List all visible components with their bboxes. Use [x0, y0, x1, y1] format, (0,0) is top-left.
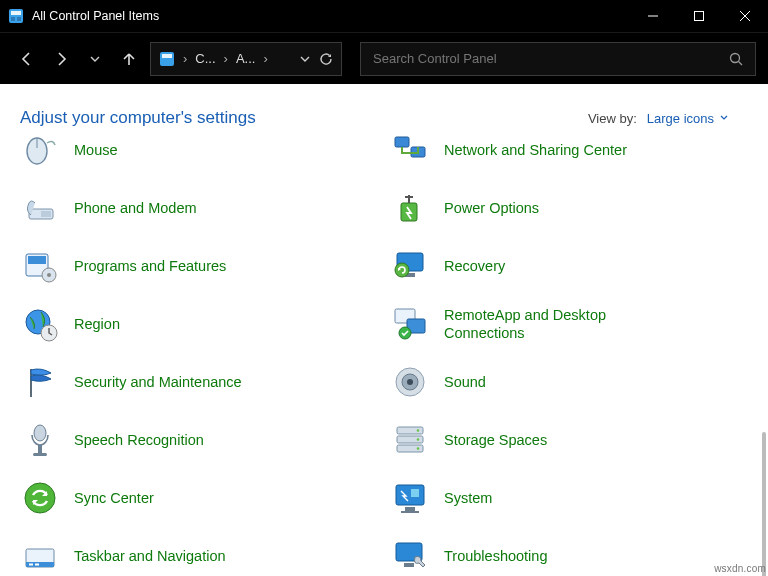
item-taskbar[interactable]: Taskbar and Navigation [14, 534, 384, 576]
item-label: System [444, 489, 492, 507]
svg-rect-16 [28, 256, 46, 264]
maximize-button[interactable] [676, 0, 722, 32]
item-label: RemoteApp and Desktop Connections [444, 306, 654, 342]
svg-rect-5 [695, 12, 704, 21]
svg-point-38 [417, 447, 420, 450]
item-programs[interactable]: Programs and Features [14, 244, 384, 288]
item-network[interactable]: Network and Sharing Center [384, 132, 754, 172]
svg-rect-46 [29, 564, 33, 566]
troubleshoot-icon [390, 536, 430, 576]
power-icon [390, 188, 430, 228]
item-phone[interactable]: Phone and Modem [14, 186, 384, 230]
svg-rect-31 [38, 445, 42, 453]
item-power[interactable]: Power Options [384, 186, 754, 230]
item-system[interactable]: System [384, 476, 754, 520]
item-mouse[interactable]: Mouse [14, 132, 384, 172]
item-region[interactable]: Region [14, 302, 384, 346]
svg-point-36 [417, 429, 420, 432]
item-label: Storage Spaces [444, 431, 547, 449]
breadcrumb-control[interactable]: C... [195, 51, 215, 66]
recent-dropdown[interactable] [80, 44, 110, 74]
svg-point-21 [395, 263, 409, 277]
viewby-value: Large icons [647, 111, 714, 126]
svg-point-39 [25, 483, 55, 513]
svg-rect-49 [404, 563, 414, 567]
item-label: Taskbar and Navigation [74, 547, 226, 565]
svg-point-8 [731, 53, 740, 62]
navbar: › C... › A... › [0, 32, 768, 84]
item-sound[interactable]: Sound [384, 360, 754, 404]
svg-point-18 [47, 273, 51, 277]
network-icon [390, 132, 430, 170]
item-storage[interactable]: Storage Spaces [384, 418, 754, 462]
titlebar-buttons [630, 0, 768, 32]
item-troubleshoot[interactable]: Troubleshooting [384, 534, 754, 576]
up-button[interactable] [114, 44, 144, 74]
remote-icon [390, 304, 430, 344]
mouse-icon [20, 132, 60, 170]
item-label: Sound [444, 373, 486, 391]
search-box[interactable] [360, 42, 756, 76]
item-label: Mouse [74, 141, 118, 159]
item-label: Phone and Modem [74, 199, 197, 217]
item-label: Region [74, 315, 120, 333]
view-by: View by: Large icons [588, 111, 728, 126]
svg-rect-32 [33, 453, 47, 456]
titlebar-left: All Control Panel Items [8, 8, 159, 24]
window-body: Adjust your computer's settings View by:… [0, 84, 768, 576]
titlebar: All Control Panel Items [0, 0, 768, 32]
svg-rect-4 [648, 16, 658, 17]
svg-rect-3 [17, 17, 21, 21]
item-label: Sync Center [74, 489, 154, 507]
item-recovery[interactable]: Recovery [384, 244, 754, 288]
item-label: Recovery [444, 257, 505, 275]
storage-icon [390, 420, 430, 460]
item-sync[interactable]: Sync Center [14, 476, 384, 520]
recovery-icon [390, 246, 430, 286]
item-remoteapp[interactable]: RemoteApp and Desktop Connections [384, 302, 754, 346]
svg-rect-40 [396, 485, 424, 505]
address-dropdown[interactable] [299, 53, 311, 65]
control-panel-small-icon [159, 51, 175, 67]
item-security[interactable]: Security and Maintenance [14, 360, 384, 404]
items-grid: Mouse Network and Sharing Center Phone a… [14, 142, 754, 576]
item-label: Programs and Features [74, 257, 226, 275]
globe-icon [20, 304, 60, 344]
item-label: Network and Sharing Center [444, 141, 627, 159]
viewby-label: View by: [588, 111, 637, 126]
sync-icon [20, 478, 60, 518]
item-label: Security and Maintenance [74, 373, 242, 391]
minimize-button[interactable] [630, 0, 676, 32]
viewby-select[interactable]: Large icons [647, 111, 728, 126]
svg-rect-42 [401, 511, 419, 513]
search-icon [729, 52, 743, 66]
item-speech[interactable]: Speech Recognition [14, 418, 384, 462]
svg-rect-14 [401, 203, 417, 221]
control-panel-icon [8, 8, 24, 24]
search-input[interactable] [373, 51, 729, 66]
nav-arrows [12, 44, 144, 74]
item-label: Troubleshooting [444, 547, 547, 565]
chevron-right-icon: › [261, 51, 269, 66]
mic-icon [20, 420, 60, 460]
window-title: All Control Panel Items [32, 9, 159, 23]
svg-point-29 [407, 379, 413, 385]
address-bar[interactable]: › C... › A... › [150, 42, 342, 76]
items-area: Mouse Network and Sharing Center Phone a… [0, 132, 768, 576]
settings-header: Adjust your computer's settings View by:… [0, 84, 768, 132]
chevron-right-icon: › [222, 51, 230, 66]
phone-icon [20, 188, 60, 228]
flag-icon [20, 362, 60, 402]
watermark: wsxdn.com [714, 563, 766, 574]
back-button[interactable] [12, 44, 42, 74]
refresh-button[interactable] [319, 52, 333, 66]
taskbar-icon [20, 536, 60, 576]
breadcrumb-all[interactable]: A... [236, 51, 256, 66]
forward-button[interactable] [46, 44, 76, 74]
system-icon [390, 478, 430, 518]
svg-rect-10 [395, 137, 409, 147]
svg-rect-7 [162, 54, 172, 58]
close-button[interactable] [722, 0, 768, 32]
scrollbar-thumb[interactable] [762, 432, 766, 576]
sound-icon [390, 362, 430, 402]
